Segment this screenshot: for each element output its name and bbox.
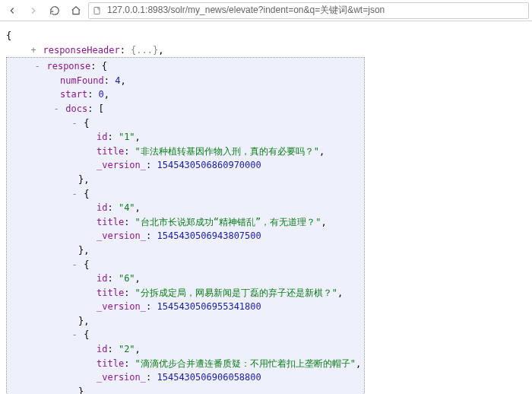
json-number: 1545430506955341800	[157, 301, 261, 312]
json-key: title	[97, 288, 124, 298]
arrow-right-icon	[28, 5, 39, 16]
home-icon	[71, 5, 81, 16]
home-button[interactable]	[67, 2, 85, 19]
json-number: 1545430506906058800	[157, 372, 261, 383]
json-number: 1545430506860970000	[157, 160, 261, 170]
collapsed-object[interactable]: {...}	[131, 45, 158, 56]
browser-toolbar	[0, 0, 532, 21]
json-key: numFound	[60, 75, 104, 86]
svg-rect-0	[94, 7, 100, 14]
reload-button[interactable]	[46, 2, 64, 19]
json-string: "滴滴优步合并遭连番质疑：不用忙着扣上垄断的帽子"	[135, 358, 356, 369]
collapse-toggle[interactable]: -	[71, 328, 78, 342]
json-number: 1545430506943807500	[157, 230, 261, 241]
json-key: title	[97, 146, 124, 157]
arrow-left-icon	[7, 5, 17, 16]
json-key: title	[97, 217, 124, 227]
json-viewer: { + responseHeader: {...}, - response: {…	[0, 21, 532, 394]
back-button[interactable]	[3, 2, 21, 19]
reload-icon	[49, 5, 60, 16]
json-number: 0	[99, 89, 104, 100]
json-string: "非法种植转基因作物入刑，真的有必要吗？"	[135, 146, 319, 157]
json-string: "6"	[119, 273, 135, 284]
collapse-toggle[interactable]: -	[71, 187, 78, 202]
collapse-toggle[interactable]: -	[71, 258, 78, 272]
collapse-toggle[interactable]: -	[71, 116, 78, 131]
json-key: start	[60, 89, 87, 100]
json-key: id	[97, 344, 107, 354]
page-icon	[92, 5, 103, 16]
json-string: "4"	[119, 202, 135, 213]
url-bar[interactable]	[88, 2, 529, 19]
docs-array: - {id: "1",title: "非法种植转基因作物入刑，真的有必要吗？",…	[16, 116, 361, 394]
json-string: "台北市长说郑成功“精神错乱”，有无道理？"	[135, 217, 321, 227]
json-key: id	[97, 132, 107, 142]
json-key: _version_	[97, 301, 146, 312]
json-key: id	[97, 273, 107, 284]
json-key: _version_	[97, 230, 146, 241]
json-key: _version_	[97, 372, 146, 383]
expand-toggle[interactable]: +	[30, 43, 37, 58]
collapse-toggle[interactable]: -	[52, 102, 60, 116]
json-key: responseHeader	[43, 45, 119, 56]
json-string: "分拆成定局，网易新闻是丁磊的弃子还是新棋？"	[135, 288, 337, 298]
selected-block: - response: { numFound: 4, start: 0, - d…	[6, 57, 365, 394]
collapse-toggle[interactable]: -	[33, 59, 41, 74]
json-key: id	[97, 202, 107, 213]
forward-button[interactable]	[24, 2, 43, 19]
json-key: _version_	[97, 160, 146, 170]
url-input[interactable]	[106, 5, 525, 17]
json-key: docs	[65, 103, 87, 114]
json-key: response	[46, 61, 90, 71]
root-open-brace: {	[6, 30, 11, 41]
json-string: "2"	[119, 344, 135, 354]
json-key: title	[97, 358, 124, 369]
json-string: "1"	[119, 132, 135, 142]
